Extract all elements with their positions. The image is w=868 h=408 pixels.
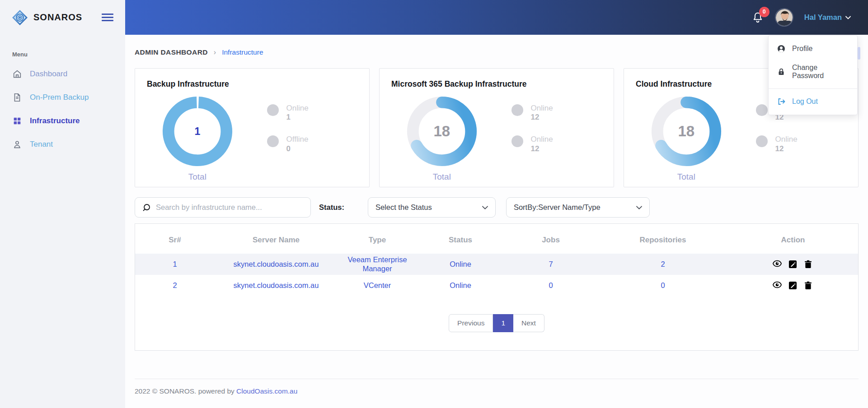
eye-icon (773, 260, 782, 267)
cell-repositories: 0 (598, 275, 728, 296)
trash-icon (804, 281, 812, 290)
eye-icon (773, 281, 782, 288)
topbar: 0 Hal Yaman (125, 0, 868, 35)
legend-label: Online (775, 134, 798, 144)
legend-value: 12 (531, 144, 553, 153)
legend-item[interactable]: Online 1 (267, 103, 309, 122)
notifications-button[interactable]: 0 (751, 11, 764, 24)
card-title: Backup Infrastructure (147, 79, 357, 89)
search-input[interactable] (156, 203, 304, 212)
breadcrumb-current[interactable]: Infrastructure (222, 48, 263, 56)
cell-status: Online (417, 254, 504, 275)
sort-select-value: SortBy:Server Name/Type (514, 203, 601, 212)
edit-icon (788, 281, 797, 290)
sort-select[interactable]: SortBy:Server Name/Type (506, 197, 650, 218)
table-row: 1 skynet.cloudoasis.com.au Veeam Enterpr… (135, 254, 858, 275)
table-header-row: Sr# Server Name Type Status Jobs Reposit… (135, 224, 858, 254)
infrastructure-table: Sr# Server Name Type Status Jobs Reposit… (135, 224, 858, 296)
filter-bar: Status: Select the Status SortBy:Server … (125, 187, 868, 223)
legend-label: Online (531, 103, 553, 113)
brand: SONAROS (0, 0, 125, 35)
scrollbar-thumb[interactable] (858, 47, 860, 60)
legend-dot (511, 104, 523, 116)
pagination-previous-button[interactable]: Previous (449, 314, 493, 332)
main-content: ADMIN DASHBOARD › Infrastructure Backup … (125, 35, 868, 408)
sidebar-section-label: Menu (12, 51, 125, 58)
stat-cards-row: Backup Infrastructure 1 Total (125, 68, 868, 187)
chart-legend: Online 12 Online 12 (756, 103, 798, 182)
cell-sr: 1 (135, 254, 215, 275)
cell-repositories: 2 (598, 254, 728, 275)
legend-item[interactable]: Online 12 (756, 134, 798, 153)
person-icon (12, 139, 22, 149)
footer-text: 2022 © SONAROS. powered by (135, 387, 236, 395)
status-select-value: Select the Status (375, 203, 432, 212)
user-name: Hal Yaman (804, 13, 842, 22)
sidebar-item-infrastructure[interactable]: Infrastructure (0, 109, 125, 133)
grid-icon (12, 116, 22, 126)
chart-legend: Online 1 Offline 0 (267, 103, 309, 182)
card-title: Microsoft 365 Backup Infrastructure (391, 79, 602, 89)
legend-label: Online (531, 134, 553, 144)
sidebar-item-label: Infrastructure (30, 116, 80, 125)
donut-chart: 1 (160, 93, 235, 169)
pagination-next-button[interactable]: Next (513, 314, 544, 332)
col-header-type: Type (338, 224, 417, 254)
legend-item[interactable]: Online 12 (511, 134, 553, 153)
view-button[interactable] (773, 260, 782, 269)
menu-item-change-password[interactable]: Change Password (769, 58, 857, 85)
donut-chart: 18 (648, 93, 724, 169)
brand-name: SONAROS (33, 12, 82, 23)
cell-jobs: 0 (504, 275, 598, 296)
donut-total-label: Total (433, 172, 451, 182)
pagination-page-1[interactable]: 1 (493, 314, 513, 332)
delete-button[interactable] (804, 281, 813, 290)
legend-dot (756, 135, 768, 147)
legend-item[interactable]: Online 12 (511, 103, 553, 122)
donut-total-label: Total (677, 172, 695, 182)
menu-item-profile[interactable]: Profile (769, 39, 857, 58)
donut-center-value: 18 (648, 93, 724, 169)
sidebar-item-on-prem-backup[interactable]: On-Prem Backup (0, 86, 125, 109)
avatar[interactable] (775, 8, 793, 27)
donut-center-value: 18 (404, 93, 480, 169)
cell-server-name[interactable]: skynet.cloudoasis.com.au (215, 254, 338, 275)
menu-item-label: Profile (792, 45, 812, 53)
cell-jobs: 7 (504, 254, 598, 275)
breadcrumb-separator: › (214, 48, 216, 56)
pagination: Previous 1 Next (135, 314, 858, 332)
sidebar-item-tenant[interactable]: Tenant (0, 133, 125, 156)
chevron-down-icon (482, 206, 488, 209)
donut-total-label: Total (188, 172, 206, 182)
legend-dot (511, 135, 523, 147)
cell-server-name[interactable]: skynet.cloudoasis.com.au (215, 275, 338, 296)
row-actions (732, 281, 854, 290)
delete-button[interactable] (804, 260, 813, 269)
search-icon (142, 203, 151, 212)
col-header-repositories: Repositories (598, 224, 728, 254)
edit-button[interactable] (788, 281, 798, 290)
legend-value: 0 (286, 144, 309, 153)
status-select[interactable]: Select the Status (368, 197, 496, 218)
cell-sr: 2 (135, 275, 215, 296)
card-backup-infrastructure: Backup Infrastructure 1 Total (135, 68, 370, 187)
log-out-icon (777, 97, 785, 106)
search-box (135, 197, 311, 218)
menu-item-label: Change Password (792, 64, 849, 80)
legend-value: 1 (286, 113, 309, 122)
lock-icon (777, 68, 785, 76)
menu-item-log-out[interactable]: Log Out (769, 92, 857, 111)
edit-button[interactable] (788, 260, 798, 269)
user-menu-button[interactable]: Hal Yaman (804, 13, 851, 22)
breadcrumb-root[interactable]: ADMIN DASHBOARD (135, 48, 208, 56)
sidebar-item-dashboard[interactable]: Dashboard (0, 62, 125, 86)
card-m365-backup-infrastructure: Microsoft 365 Backup Infrastructure 18 T… (379, 68, 614, 187)
donut-center-value: 1 (160, 93, 235, 169)
footer-link[interactable]: CloudOasis.com.au (236, 387, 297, 395)
hamburger-menu-icon[interactable] (102, 12, 113, 23)
view-button[interactable] (773, 281, 782, 290)
table-row: 2 skynet.cloudoasis.com.au VCenter Onlin… (135, 275, 858, 296)
col-header-action: Action (728, 224, 858, 254)
status-filter-label: Status: (319, 203, 344, 212)
legend-item[interactable]: Offline 0 (267, 134, 309, 153)
